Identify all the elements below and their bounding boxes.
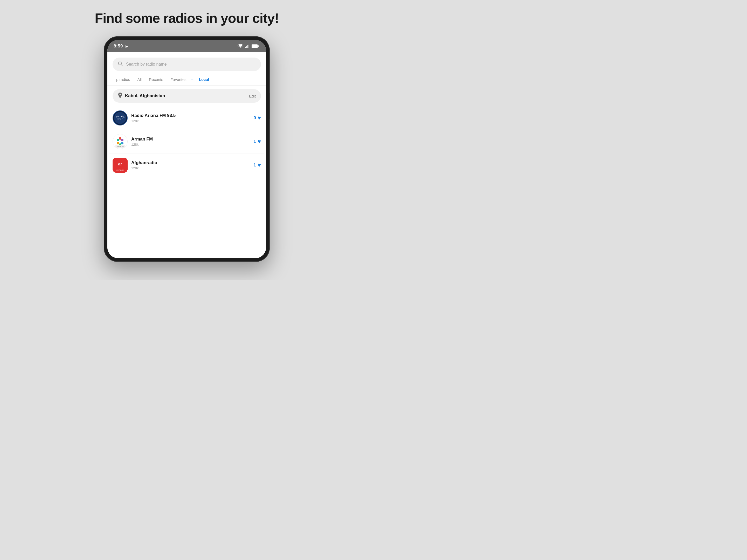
tab-favorites[interactable]: Favorites (167, 76, 190, 83)
radio-item[interactable]: ARMAN FM Arman FM 128k 1 ♥ (109, 130, 264, 154)
likes-count: 0 (253, 115, 256, 121)
page-title: Find some radios in your city! (95, 10, 279, 26)
likes-count: 1 (253, 139, 256, 144)
location-container: Kabul, Afghanistan Edit (107, 85, 266, 106)
power-button (269, 93, 270, 119)
tab-arrow-icon: → (190, 77, 194, 82)
signal-icon (246, 44, 250, 48)
radio-list: ATR ARIANA TV Radio Ariana FM 93.5 128k … (107, 106, 266, 258)
heart-icon: ♥ (258, 138, 261, 145)
tab-local[interactable]: Local (195, 76, 213, 83)
svg-text:ARMAN FM: ARMAN FM (117, 146, 124, 148)
search-bar[interactable]: Search by radio name (112, 58, 261, 71)
battery-icon (252, 44, 259, 48)
radio-name: Radio Ariana FM 93.5 (131, 113, 250, 118)
volume-down-button (104, 104, 104, 125)
app-content: Search by radio name p radios All Recent… (107, 52, 266, 258)
radio-bitrate: 128k (131, 166, 250, 170)
tab-top-radios[interactable]: p radios (112, 76, 134, 83)
radio-likes[interactable]: 0 ♥ (253, 114, 261, 121)
svg-rect-1 (247, 46, 247, 48)
svg-line-7 (121, 64, 123, 66)
radio-item[interactable]: ATR ARIANA TV Radio Ariana FM 93.5 128k … (109, 106, 264, 130)
svg-text:ATR: ATR (118, 115, 122, 118)
radio-bitrate: 128k (131, 119, 250, 123)
play-icon: ▶ (126, 44, 128, 48)
heart-icon: ♥ (258, 162, 261, 168)
radio-logo-arman: ARMAN FM (112, 134, 128, 149)
tab-recents[interactable]: Recents (145, 76, 167, 83)
radio-name: Arman FM (131, 137, 250, 142)
radio-item[interactable]: ar AFGHANRADIO Afghanradio 128k 1 ♥ (109, 154, 264, 177)
heart-icon: ♥ (258, 114, 261, 121)
svg-rect-5 (258, 45, 259, 47)
radio-logo-ariana: ATR ARIANA TV (112, 110, 128, 126)
svg-point-6 (119, 62, 122, 65)
svg-point-13 (119, 137, 121, 140)
radio-info: Arman FM 128k (131, 137, 250, 146)
radio-likes[interactable]: 1 ♥ (253, 162, 261, 168)
status-left: 8:59 ▶ (113, 44, 128, 49)
status-right (238, 44, 259, 48)
radio-info: Radio Ariana FM 93.5 128k (131, 113, 250, 123)
status-time: 8:59 (113, 44, 123, 49)
location-name: Kabul, Afghanistan (125, 93, 165, 99)
radio-likes[interactable]: 1 ♥ (253, 138, 261, 145)
svg-rect-4 (252, 45, 258, 48)
phone-screen: 8:59 ▶ (107, 40, 266, 258)
svg-rect-3 (249, 45, 249, 48)
tab-all[interactable]: All (134, 76, 145, 83)
location-left: Kabul, Afghanistan (118, 92, 165, 100)
svg-rect-0 (246, 47, 246, 48)
phone-frame: 8:59 ▶ (104, 36, 270, 262)
tabs-container: p radios All Recents Favorites → Local (107, 74, 266, 85)
radio-name: Afghanradio (131, 160, 250, 165)
radio-logo-afghan: ar AFGHANRADIO (112, 158, 128, 173)
radio-bitrate: 128k (131, 142, 250, 146)
status-bar: 8:59 ▶ (107, 40, 266, 52)
search-placeholder: Search by radio name (126, 62, 167, 66)
svg-rect-2 (248, 45, 248, 48)
location-bar[interactable]: Kabul, Afghanistan Edit (112, 89, 261, 103)
location-pin-icon (118, 92, 123, 100)
svg-text:ar: ar (118, 162, 122, 166)
svg-text:ARIANA TV: ARIANA TV (117, 118, 124, 120)
search-icon (118, 61, 123, 68)
search-container: Search by radio name (107, 52, 266, 74)
likes-count: 1 (253, 163, 256, 168)
svg-text:AFGHANRADIO: AFGHANRADIO (116, 169, 125, 171)
volume-up-button (104, 83, 104, 99)
wifi-icon (238, 44, 243, 48)
location-edit-button[interactable]: Edit (249, 94, 256, 98)
svg-point-19 (119, 140, 122, 143)
radio-info: Afghanradio 128k (131, 160, 250, 170)
